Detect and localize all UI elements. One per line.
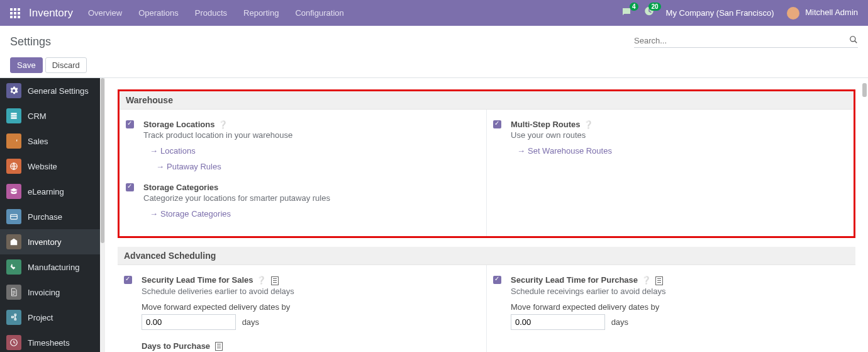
sidebar-item-elearning[interactable]: eLearning	[0, 179, 105, 204]
setting-desc: Track product location in your warehouse	[143, 130, 480, 140]
menu-reporting[interactable]: Reporting	[243, 8, 279, 18]
sidebar-item-label: Purchase	[28, 212, 62, 222]
link-storage-categories[interactable]: →Storage Categories	[143, 209, 231, 219]
sidebar-item-general-settings[interactable]: General Settings	[0, 78, 105, 103]
sidebar-item-label: General Settings	[28, 86, 89, 96]
sidebar-item-label: Inventory	[28, 237, 61, 247]
checkbox-storage-locations[interactable]	[126, 120, 134, 128]
sidebar-item-manufacturing[interactable]: Manufacturing	[0, 254, 105, 280]
module-icon	[6, 159, 21, 174]
module-icon	[6, 108, 21, 123]
sidebar-item-label: CRM	[28, 111, 47, 121]
link-set-warehouse-routes[interactable]: →Set Warehouse Routes	[511, 146, 612, 156]
sidebar-item-website[interactable]: Website	[0, 154, 105, 179]
setting-title: Days to Purchase	[142, 341, 210, 351]
setting-multi-step-routes: Multi-Step Routes ❔ Use your own routes …	[493, 120, 847, 156]
search-input[interactable]	[634, 36, 849, 45]
search-box[interactable]	[634, 35, 858, 48]
checkbox-multi-step-routes[interactable]	[493, 120, 501, 128]
module-icon	[6, 133, 21, 149]
setting-desc: Categorize your locations for smarter pu…	[143, 193, 480, 203]
unit-label: days	[611, 317, 628, 327]
svg-rect-12	[11, 215, 18, 220]
checkbox-storage-categories[interactable]	[126, 183, 134, 191]
sidebar-item-label: Invoicing	[28, 288, 60, 297]
save-button[interactable]: Save	[10, 57, 43, 73]
sidebar-item-label: Website	[28, 162, 57, 171]
user-menu[interactable]: Mitchell Admin	[787, 7, 858, 20]
top-navbar: Inventory Overview Operations Products R…	[0, 0, 868, 26]
svg-rect-3	[10, 12, 13, 14]
company-dependent-icon	[271, 276, 279, 285]
setting-storage-categories: Storage Categories Categorize your locat…	[126, 183, 480, 219]
menu-operations[interactable]: Operations	[138, 8, 179, 18]
company-dependent-icon	[655, 276, 663, 285]
checkbox-sales-lead-time[interactable]	[124, 276, 132, 284]
sidebar-item-inventory[interactable]: Inventory	[0, 229, 105, 254]
settings-sidebar: General SettingsCRMSalesWebsiteeLearning…	[0, 78, 105, 352]
module-icon	[6, 209, 21, 224]
help-icon[interactable]: ❔	[584, 120, 593, 129]
settings-content: Warehouse Storage Locations ❔ Track prod…	[105, 78, 868, 352]
module-icon	[6, 83, 21, 98]
setting-title: Security Lead Time for Sales	[142, 275, 253, 285]
svg-rect-6	[10, 16, 13, 18]
setting-sales-lead-time: Security Lead Time for Sales ❔ Schedule …	[124, 275, 480, 330]
module-icon	[6, 184, 21, 199]
menu-configuration[interactable]: Configuration	[295, 8, 343, 18]
section-heading-warehouse: Warehouse	[120, 91, 854, 110]
sidebar-item-sales[interactable]: Sales	[0, 128, 105, 154]
sidebar-item-invoicing[interactable]: Invoicing	[0, 280, 105, 305]
avatar-icon	[787, 7, 799, 20]
svg-rect-8	[18, 16, 20, 18]
svg-point-9	[850, 37, 855, 42]
svg-rect-5	[18, 12, 20, 14]
sidebar-item-crm[interactable]: CRM	[0, 103, 105, 128]
setting-storage-locations: Storage Locations ❔ Track product locati…	[126, 120, 480, 171]
svg-rect-7	[14, 16, 16, 18]
link-putaway-rules[interactable]: →Putaway Rules	[143, 162, 221, 171]
input-sales-lead-days[interactable]	[142, 314, 236, 330]
section-heading-scheduling: Advanced Scheduling	[118, 247, 855, 265]
module-icon	[6, 335, 21, 350]
sidebar-item-project[interactable]: Project	[0, 305, 105, 330]
link-locations[interactable]: →Locations	[143, 146, 196, 156]
setting-title: Storage Locations	[143, 120, 214, 129]
sidebar-item-label: eLearning	[28, 187, 64, 196]
content-scrollbar[interactable]	[862, 78, 867, 352]
page-title: Settings	[10, 35, 634, 48]
apps-icon[interactable]	[10, 8, 20, 18]
activities-icon[interactable]: 20	[643, 6, 655, 20]
help-icon[interactable]: ❔	[642, 276, 651, 285]
svg-rect-2	[18, 8, 20, 11]
warehouse-section-highlight: Warehouse Storage Locations ❔ Track prod…	[118, 89, 855, 238]
app-title[interactable]: Inventory	[29, 7, 73, 20]
sidebar-item-label: Sales	[28, 137, 48, 146]
module-icon	[6, 310, 21, 325]
help-icon[interactable]: ❔	[218, 120, 228, 129]
module-icon	[6, 285, 21, 300]
input-purchase-lead-days[interactable]	[511, 314, 605, 330]
menu-products[interactable]: Products	[195, 8, 227, 18]
control-panel: Settings Save Discard	[0, 26, 868, 78]
svg-rect-0	[10, 8, 13, 11]
setting-title: Storage Categories	[143, 183, 218, 192]
sidebar-item-label: Timesheets	[28, 338, 70, 348]
unit-label: days	[242, 317, 259, 327]
messaging-icon[interactable]: 4	[621, 6, 632, 20]
discard-button[interactable]: Discard	[45, 57, 87, 73]
search-icon[interactable]	[849, 35, 858, 46]
company-switcher[interactable]: My Company (San Francisco)	[666, 8, 774, 18]
checkbox-purchase-lead-time[interactable]	[493, 276, 501, 284]
sidebar-scrollbar[interactable]	[100, 78, 105, 352]
svg-rect-1	[14, 8, 16, 11]
setting-title: Multi-Step Routes	[511, 120, 581, 129]
sidebar-item-purchase[interactable]: Purchase	[0, 204, 105, 229]
field-label: Move forward expected delivery dates by	[511, 302, 849, 312]
sidebar-item-timesheets[interactable]: Timesheets	[0, 330, 105, 352]
setting-days-to-purchase: Days to Purchase	[124, 341, 480, 351]
menu-overview[interactable]: Overview	[88, 8, 122, 18]
help-icon[interactable]: ❔	[257, 276, 266, 285]
setting-desc: Schedule deliveries earlier to avoid del…	[142, 287, 480, 296]
user-name: Mitchell Admin	[805, 8, 858, 17]
